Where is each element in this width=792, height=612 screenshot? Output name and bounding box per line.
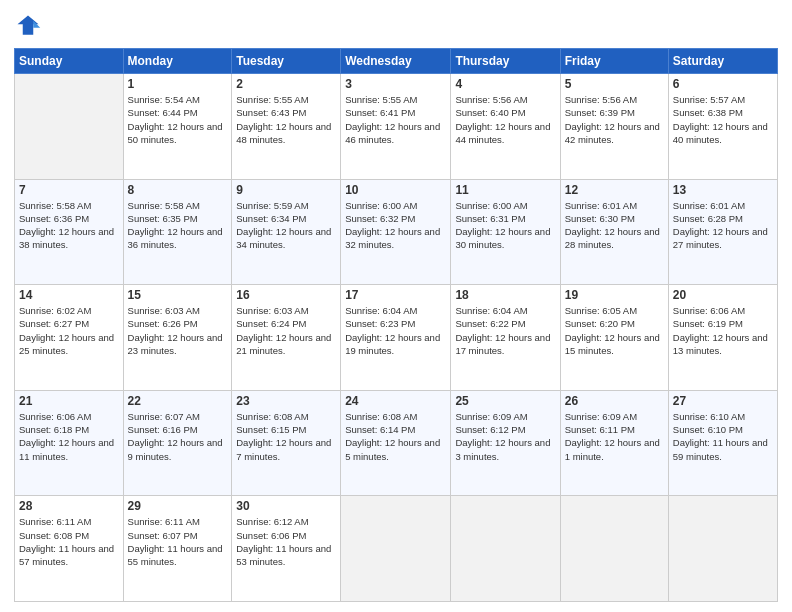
calendar-cell [15,74,124,180]
cell-info: Sunrise: 6:10 AMSunset: 6:10 PMDaylight:… [673,410,773,463]
calendar-week-3: 14Sunrise: 6:02 AMSunset: 6:27 PMDayligh… [15,285,778,391]
calendar-cell [668,496,777,602]
day-number: 16 [236,288,336,302]
calendar-cell: 23Sunrise: 6:08 AMSunset: 6:15 PMDayligh… [232,390,341,496]
cell-info: Sunrise: 5:54 AMSunset: 6:44 PMDaylight:… [128,93,228,146]
day-number: 26 [565,394,664,408]
cell-info: Sunrise: 6:11 AMSunset: 6:08 PMDaylight:… [19,515,119,568]
calendar-cell: 26Sunrise: 6:09 AMSunset: 6:11 PMDayligh… [560,390,668,496]
calendar-cell: 11Sunrise: 6:00 AMSunset: 6:31 PMDayligh… [451,179,560,285]
calendar-cell: 13Sunrise: 6:01 AMSunset: 6:28 PMDayligh… [668,179,777,285]
cell-info: Sunrise: 5:56 AMSunset: 6:40 PMDaylight:… [455,93,555,146]
calendar-cell: 16Sunrise: 6:03 AMSunset: 6:24 PMDayligh… [232,285,341,391]
cell-info: Sunrise: 5:59 AMSunset: 6:34 PMDaylight:… [236,199,336,252]
calendar-cell: 29Sunrise: 6:11 AMSunset: 6:07 PMDayligh… [123,496,232,602]
calendar-cell: 9Sunrise: 5:59 AMSunset: 6:34 PMDaylight… [232,179,341,285]
cell-info: Sunrise: 6:08 AMSunset: 6:14 PMDaylight:… [345,410,446,463]
calendar-cell [560,496,668,602]
cell-info: Sunrise: 6:09 AMSunset: 6:12 PMDaylight:… [455,410,555,463]
cell-info: Sunrise: 6:00 AMSunset: 6:32 PMDaylight:… [345,199,446,252]
cell-info: Sunrise: 6:01 AMSunset: 6:30 PMDaylight:… [565,199,664,252]
calendar-cell: 10Sunrise: 6:00 AMSunset: 6:32 PMDayligh… [341,179,451,285]
cell-info: Sunrise: 6:01 AMSunset: 6:28 PMDaylight:… [673,199,773,252]
calendar-cell: 12Sunrise: 6:01 AMSunset: 6:30 PMDayligh… [560,179,668,285]
col-header-monday: Monday [123,49,232,74]
calendar-week-1: 1Sunrise: 5:54 AMSunset: 6:44 PMDaylight… [15,74,778,180]
day-number: 1 [128,77,228,91]
calendar-week-4: 21Sunrise: 6:06 AMSunset: 6:18 PMDayligh… [15,390,778,496]
day-number: 15 [128,288,228,302]
cell-info: Sunrise: 6:00 AMSunset: 6:31 PMDaylight:… [455,199,555,252]
calendar-cell: 18Sunrise: 6:04 AMSunset: 6:22 PMDayligh… [451,285,560,391]
cell-info: Sunrise: 6:05 AMSunset: 6:20 PMDaylight:… [565,304,664,357]
day-number: 2 [236,77,336,91]
day-number: 3 [345,77,446,91]
day-number: 13 [673,183,773,197]
calendar-cell: 15Sunrise: 6:03 AMSunset: 6:26 PMDayligh… [123,285,232,391]
calendar-cell: 5Sunrise: 5:56 AMSunset: 6:39 PMDaylight… [560,74,668,180]
cell-info: Sunrise: 5:58 AMSunset: 6:35 PMDaylight:… [128,199,228,252]
day-number: 22 [128,394,228,408]
calendar-cell: 14Sunrise: 6:02 AMSunset: 6:27 PMDayligh… [15,285,124,391]
calendar-cell: 8Sunrise: 5:58 AMSunset: 6:35 PMDaylight… [123,179,232,285]
cell-info: Sunrise: 5:56 AMSunset: 6:39 PMDaylight:… [565,93,664,146]
day-number: 25 [455,394,555,408]
calendar-cell: 24Sunrise: 6:08 AMSunset: 6:14 PMDayligh… [341,390,451,496]
day-number: 27 [673,394,773,408]
calendar-cell: 4Sunrise: 5:56 AMSunset: 6:40 PMDaylight… [451,74,560,180]
col-header-tuesday: Tuesday [232,49,341,74]
day-number: 6 [673,77,773,91]
day-number: 17 [345,288,446,302]
col-header-saturday: Saturday [668,49,777,74]
cell-info: Sunrise: 6:09 AMSunset: 6:11 PMDaylight:… [565,410,664,463]
cell-info: Sunrise: 6:12 AMSunset: 6:06 PMDaylight:… [236,515,336,568]
day-number: 23 [236,394,336,408]
col-header-friday: Friday [560,49,668,74]
day-number: 20 [673,288,773,302]
day-number: 12 [565,183,664,197]
cell-info: Sunrise: 6:03 AMSunset: 6:24 PMDaylight:… [236,304,336,357]
cell-info: Sunrise: 6:04 AMSunset: 6:23 PMDaylight:… [345,304,446,357]
day-number: 30 [236,499,336,513]
calendar-cell: 25Sunrise: 6:09 AMSunset: 6:12 PMDayligh… [451,390,560,496]
calendar-cell: 27Sunrise: 6:10 AMSunset: 6:10 PMDayligh… [668,390,777,496]
cell-info: Sunrise: 6:03 AMSunset: 6:26 PMDaylight:… [128,304,228,357]
calendar-cell: 3Sunrise: 5:55 AMSunset: 6:41 PMDaylight… [341,74,451,180]
logo-icon [14,12,42,40]
cell-info: Sunrise: 6:04 AMSunset: 6:22 PMDaylight:… [455,304,555,357]
day-number: 29 [128,499,228,513]
cell-info: Sunrise: 6:07 AMSunset: 6:16 PMDaylight:… [128,410,228,463]
day-number: 28 [19,499,119,513]
calendar-cell: 17Sunrise: 6:04 AMSunset: 6:23 PMDayligh… [341,285,451,391]
calendar-cell [341,496,451,602]
day-number: 18 [455,288,555,302]
col-header-sunday: Sunday [15,49,124,74]
day-number: 10 [345,183,446,197]
day-number: 8 [128,183,228,197]
cell-info: Sunrise: 5:57 AMSunset: 6:38 PMDaylight:… [673,93,773,146]
calendar-cell: 22Sunrise: 6:07 AMSunset: 6:16 PMDayligh… [123,390,232,496]
cell-info: Sunrise: 6:02 AMSunset: 6:27 PMDaylight:… [19,304,119,357]
day-number: 21 [19,394,119,408]
calendar-cell: 20Sunrise: 6:06 AMSunset: 6:19 PMDayligh… [668,285,777,391]
calendar-cell: 21Sunrise: 6:06 AMSunset: 6:18 PMDayligh… [15,390,124,496]
calendar-cell: 7Sunrise: 5:58 AMSunset: 6:36 PMDaylight… [15,179,124,285]
calendar-cell: 28Sunrise: 6:11 AMSunset: 6:08 PMDayligh… [15,496,124,602]
calendar-cell: 2Sunrise: 5:55 AMSunset: 6:43 PMDaylight… [232,74,341,180]
calendar-cell: 6Sunrise: 5:57 AMSunset: 6:38 PMDaylight… [668,74,777,180]
day-number: 5 [565,77,664,91]
cell-info: Sunrise: 6:08 AMSunset: 6:15 PMDaylight:… [236,410,336,463]
logo [14,12,46,40]
cell-info: Sunrise: 5:55 AMSunset: 6:43 PMDaylight:… [236,93,336,146]
day-number: 14 [19,288,119,302]
page: SundayMondayTuesdayWednesdayThursdayFrid… [0,0,792,612]
calendar-cell: 19Sunrise: 6:05 AMSunset: 6:20 PMDayligh… [560,285,668,391]
calendar-cell [451,496,560,602]
calendar-table: SundayMondayTuesdayWednesdayThursdayFrid… [14,48,778,602]
svg-marker-1 [33,21,40,28]
calendar-header-row: SundayMondayTuesdayWednesdayThursdayFrid… [15,49,778,74]
day-number: 11 [455,183,555,197]
day-number: 24 [345,394,446,408]
day-number: 4 [455,77,555,91]
cell-info: Sunrise: 6:11 AMSunset: 6:07 PMDaylight:… [128,515,228,568]
